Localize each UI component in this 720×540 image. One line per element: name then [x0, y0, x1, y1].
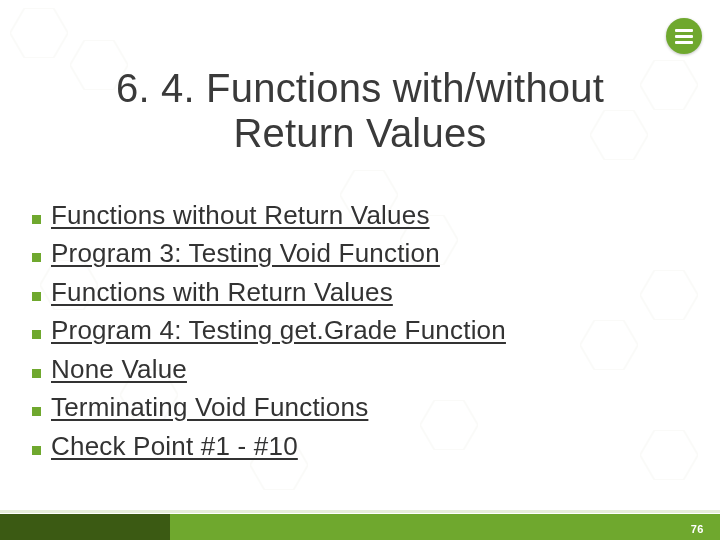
list-item[interactable]: Functions with Return Values — [32, 273, 680, 311]
bullet-icon — [32, 446, 41, 455]
list-item[interactable]: Program 4: Testing get.Grade Function — [32, 311, 680, 349]
bullet-icon — [32, 330, 41, 339]
list-item[interactable]: Functions without Return Values — [32, 196, 680, 234]
list-item[interactable]: Terminating Void Functions — [32, 388, 680, 426]
list-item[interactable]: Program 3: Testing Void Function — [32, 234, 680, 272]
page-number: 76 — [691, 523, 704, 535]
list-item-label: Check Point #1 - #10 — [51, 427, 680, 465]
list-item-label: Functions with Return Values — [51, 273, 680, 311]
list-item-label: None Value — [51, 350, 680, 388]
menu-icon[interactable] — [666, 18, 702, 54]
slide-title: 6. 4. Functions with/without Return Valu… — [50, 66, 670, 156]
bullet-list: Functions without Return Values Program … — [32, 196, 680, 465]
bullet-icon — [32, 407, 41, 416]
list-item[interactable]: None Value — [32, 350, 680, 388]
bullet-icon — [32, 215, 41, 224]
list-item-label: Functions without Return Values — [51, 196, 680, 234]
list-item[interactable]: Check Point #1 - #10 — [32, 427, 680, 465]
list-item-label: Terminating Void Functions — [51, 388, 680, 426]
bullet-icon — [32, 253, 41, 262]
list-item-label: Program 3: Testing Void Function — [51, 234, 680, 272]
list-item-label: Program 4: Testing get.Grade Function — [51, 311, 680, 349]
bullet-icon — [32, 369, 41, 378]
footer-accent — [0, 514, 170, 540]
footer-bar — [0, 514, 720, 540]
bullet-icon — [32, 292, 41, 301]
